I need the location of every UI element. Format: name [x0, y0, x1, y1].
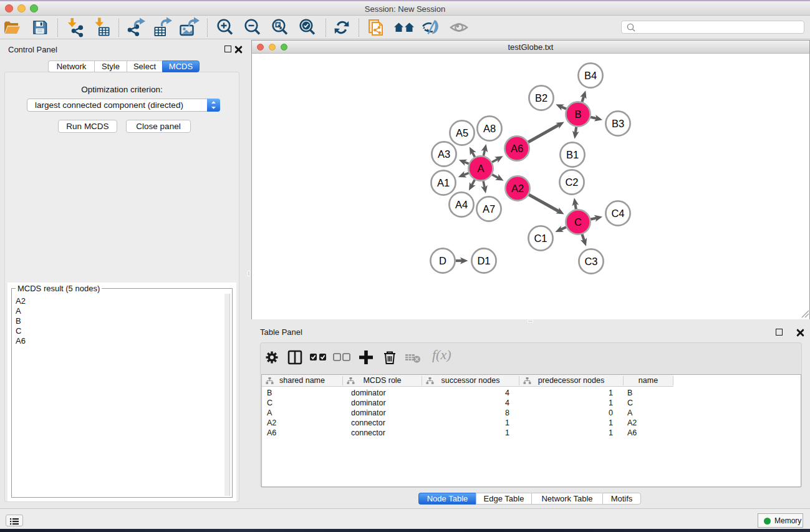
svg-text:A6: A6	[511, 143, 523, 154]
svg-text:C3: C3	[584, 256, 597, 267]
svg-text:A3: A3	[438, 148, 450, 160]
svg-text:D1: D1	[477, 255, 490, 266]
svg-text:C4: C4	[611, 208, 624, 219]
svg-text:C1: C1	[534, 233, 547, 244]
svg-text:B3: B3	[612, 118, 624, 129]
svg-text:A2: A2	[511, 183, 524, 194]
svg-text:B4: B4	[584, 70, 597, 81]
svg-text:A4: A4	[455, 199, 468, 210]
svg-text:A8: A8	[483, 123, 496, 134]
svg-text:C2: C2	[565, 177, 578, 188]
svg-text:B2: B2	[535, 92, 547, 104]
svg-text:A5: A5	[456, 127, 468, 138]
svg-text:A: A	[477, 163, 484, 174]
svg-text:D: D	[439, 255, 446, 266]
svg-text:A1: A1	[437, 177, 450, 188]
svg-text:C: C	[574, 216, 582, 228]
svg-text:A7: A7	[483, 203, 495, 215]
svg-text:B1: B1	[566, 149, 579, 160]
svg-text:B: B	[574, 109, 581, 120]
